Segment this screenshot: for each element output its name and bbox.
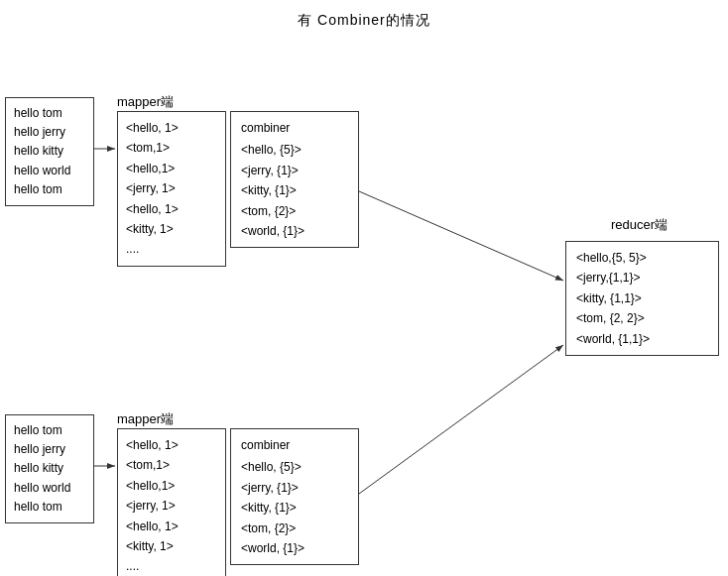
reducer-item-3: <kitty, {1,1}> — [576, 288, 708, 308]
bottom-combiner-box: combiner <hello, {5}> <jerry, {1}> <kitt… — [230, 428, 359, 565]
top-mapper-item-7: .... — [126, 239, 217, 259]
bottom-input-line-3: hello kitty — [14, 459, 85, 478]
top-input-line-1: hello tom — [14, 104, 85, 123]
bottom-combiner-item-2: <jerry, {1}> — [241, 478, 348, 498]
reducer-item-5: <world, {1,1}> — [576, 329, 708, 349]
reducer-box: <hello,{5, 5}> <jerry,{1,1}> <kitty, {1,… — [565, 241, 719, 356]
top-mapper-item-4: <jerry, 1> — [126, 178, 217, 198]
top-combiner-item-3: <kitty, {1}> — [241, 180, 348, 200]
top-combiner-item-5: <world, {1}> — [241, 221, 348, 241]
bottom-input-line-2: hello jerry — [14, 440, 85, 459]
bottom-input-box: hello tom hello jerry hello kitty hello … — [5, 414, 94, 523]
top-mapper-item-5: <hello, 1> — [126, 199, 217, 219]
top-mapper-label: mapper端 — [117, 93, 174, 111]
top-input-line-5: hello tom — [14, 180, 85, 199]
arrow-top-combiner-to-reducer — [359, 191, 563, 281]
bottom-input-line-5: hello tom — [14, 498, 85, 517]
top-combiner-item-1: <hello, {5}> — [241, 140, 348, 160]
top-input-line-4: hello world — [14, 162, 85, 180]
top-mapper-item-1: <hello, 1> — [126, 118, 217, 138]
reducer-item-1: <hello,{5, 5}> — [576, 248, 708, 268]
bottom-mapper-item-6: <kitty, 1> — [126, 536, 217, 556]
top-combiner-item-4: <tom, {2}> — [241, 201, 348, 221]
bottom-mapper-item-7: .... — [126, 556, 217, 576]
top-input-line-3: hello kitty — [14, 142, 85, 161]
bottom-mapper-item-3: <hello,1> — [126, 476, 217, 496]
bottom-input-line-4: hello world — [14, 479, 85, 498]
bottom-mapper-item-4: <jerry, 1> — [126, 496, 217, 516]
bottom-combiner-item-3: <kitty, {1}> — [241, 498, 348, 518]
arrow-bottom-combiner-to-reducer — [359, 345, 563, 494]
bottom-mapper-label: mapper端 — [117, 410, 174, 428]
bottom-input-line-1: hello tom — [14, 421, 85, 440]
diagram: hello tom hello jerry hello kitty hello … — [0, 38, 728, 576]
bottom-combiner-item-5: <world, {1}> — [241, 538, 348, 558]
top-input-line-2: hello jerry — [14, 123, 85, 142]
top-mapper-item-6: <kitty, 1> — [126, 219, 217, 239]
top-mapper-box: <hello, 1> <tom,1> <hello,1> <jerry, 1> … — [117, 111, 226, 267]
page-title: 有 Combiner的情况 — [0, 0, 728, 30]
bottom-mapper-item-2: <tom,1> — [126, 455, 217, 475]
bottom-combiner-item-4: <tom, {2}> — [241, 518, 348, 538]
top-mapper-item-3: <hello,1> — [126, 159, 217, 178]
reducer-label: reducer端 — [611, 216, 667, 234]
bottom-mapper-item-1: <hello, 1> — [126, 435, 217, 455]
top-combiner-item-2: <jerry, {1}> — [241, 161, 348, 180]
bottom-mapper-box: <hello, 1> <tom,1> <hello,1> <jerry, 1> … — [117, 428, 226, 576]
top-mapper-item-2: <tom,1> — [126, 138, 217, 158]
top-input-box: hello tom hello jerry hello kitty hello … — [5, 97, 94, 206]
reducer-item-2: <jerry,{1,1}> — [576, 268, 708, 288]
reducer-item-4: <tom, {2, 2}> — [576, 308, 708, 328]
bottom-mapper-item-5: <hello, 1> — [126, 517, 217, 536]
top-combiner-title: combiner — [241, 118, 348, 138]
bottom-combiner-title: combiner — [241, 435, 348, 455]
bottom-combiner-item-1: <hello, {5}> — [241, 457, 348, 477]
top-combiner-box: combiner <hello, {5}> <jerry, {1}> <kitt… — [230, 111, 359, 248]
